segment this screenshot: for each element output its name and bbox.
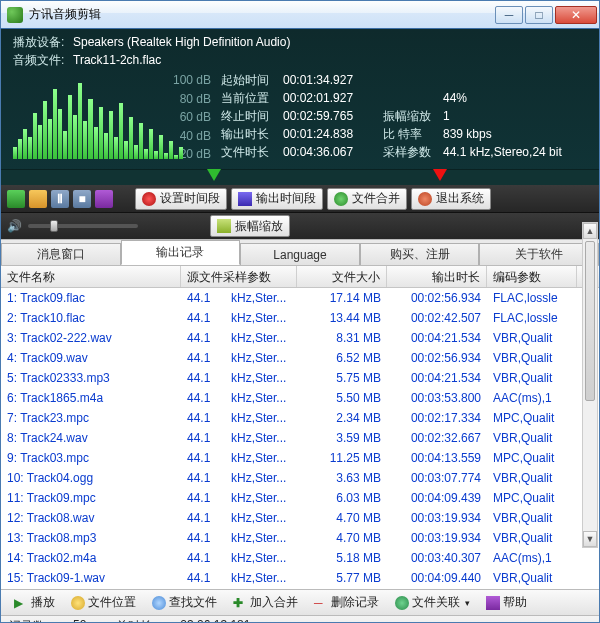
start-marker-icon[interactable] xyxy=(207,169,221,181)
output-table: 文件名称 源文件采样参数 文件大小 输出时长 编码参数 1: Track09.f… xyxy=(1,265,599,589)
table-row[interactable]: 15: Track09-1.wav44.1kHz,Ster...5.77 MB0… xyxy=(1,568,599,588)
playback-device-label: 播放设备: xyxy=(13,34,73,51)
play-button[interactable]: ▶播放 xyxy=(7,591,62,614)
book-icon[interactable] xyxy=(95,190,113,208)
wave-icon xyxy=(217,219,231,233)
tab-output-log[interactable]: 输出记录 xyxy=(121,240,241,265)
delete-record-button[interactable]: ─删除记录 xyxy=(307,591,386,614)
col-duration[interactable]: 输出时长 xyxy=(387,266,487,287)
tab-bar: 消息窗口 输出记录 Language 购买、注册 关于软件 xyxy=(1,239,599,265)
find-file-button[interactable]: 查找文件 xyxy=(145,591,224,614)
bottom-toolbar: ▶播放 文件位置 查找文件 ✚加入合并 ─删除记录 文件关联▾ 帮助 xyxy=(1,589,599,615)
clock-icon xyxy=(142,192,156,206)
tab-messages[interactable]: 消息窗口 xyxy=(1,243,121,265)
table-row[interactable]: 1: Track09.flac44.1kHz,Ster...17.14 MB00… xyxy=(1,288,599,308)
spectrum-visualizer: 100 dB 80 dB 60 dB 40 dB 20 dB xyxy=(11,73,211,169)
table-row[interactable]: 11: Track09.mpc44.1kHz,Ster...6.03 MB00:… xyxy=(1,488,599,508)
table-row[interactable]: 13: Track08.mp344.1kHz,Ster...4.70 MB00:… xyxy=(1,528,599,548)
audio-file-value: Track11-2ch.flac xyxy=(73,53,161,67)
magnifier-icon xyxy=(71,596,85,610)
add-merge-button[interactable]: ✚加入合并 xyxy=(226,591,305,614)
secondary-toolbar: 🔊 振幅缩放 xyxy=(1,213,599,239)
main-toolbar: Ⅱ ■ 设置时间段 输出时间段 文件合并 退出系统 xyxy=(1,185,599,213)
table-row[interactable]: 8: Track24.wav44.1kHz,Ster...3.59 MB00:0… xyxy=(1,428,599,448)
table-row[interactable]: 3: Track02-222.wav44.1kHz,Ster...8.31 MB… xyxy=(1,328,599,348)
scroll-thumb[interactable] xyxy=(585,241,595,401)
vertical-scrollbar[interactable]: ▲ ▼ xyxy=(582,222,598,548)
table-row[interactable]: 6: Track1865.m4a44.1kHz,Ster...5.50 MB00… xyxy=(1,388,599,408)
volume-slider[interactable] xyxy=(28,224,138,228)
file-merge-button[interactable]: 文件合并 xyxy=(327,188,407,210)
col-encoder[interactable]: 编码参数 xyxy=(487,266,577,287)
col-size[interactable]: 文件大小 xyxy=(297,266,387,287)
total-duration-label: 总时长 xyxy=(116,618,152,623)
table-row[interactable]: 12: Track08.wav44.1kHz,Ster...4.70 MB00:… xyxy=(1,508,599,528)
file-location-button[interactable]: 文件位置 xyxy=(64,591,143,614)
status-bar: 记录数50 总时长03:06:13.181 xyxy=(1,615,599,623)
maximize-button[interactable]: □ xyxy=(525,6,553,24)
table-row[interactable]: 7: Track23.mpc44.1kHz,Ster...2.34 MB00:0… xyxy=(1,408,599,428)
titlebar: 方讯音频剪辑 ─ □ ✕ xyxy=(1,1,599,29)
table-row[interactable]: 2: Track10.flac44.1kHz,Ster...13.44 MB00… xyxy=(1,308,599,328)
end-marker-icon[interactable] xyxy=(433,169,447,181)
table-row[interactable]: 5: Track02333.mp344.1kHz,Ster...5.75 MB0… xyxy=(1,368,599,388)
exit-icon xyxy=(418,192,432,206)
help-icon xyxy=(486,596,500,610)
search-icon xyxy=(152,596,166,610)
amp-scale-button[interactable]: 振幅缩放 xyxy=(210,215,290,237)
open-folder-icon[interactable] xyxy=(29,190,47,208)
tab-purchase[interactable]: 购买、注册 xyxy=(360,243,480,265)
scroll-up-icon[interactable]: ▲ xyxy=(583,223,597,239)
metadata-table: 起始时间00:01:34.927 当前位置00:02:01.92744% 终止时… xyxy=(221,69,599,169)
total-duration: 03:06:13.181 xyxy=(180,618,250,623)
table-row[interactable]: 10: Track04.ogg44.1kHz,Ster...3.63 MB00:… xyxy=(1,468,599,488)
window-title: 方讯音频剪辑 xyxy=(29,6,495,23)
audio-file-label: 音频文件: xyxy=(13,52,73,69)
set-time-range-button[interactable]: 设置时间段 xyxy=(135,188,227,210)
exit-system-button[interactable]: 退出系统 xyxy=(411,188,491,210)
merge-icon xyxy=(334,192,348,206)
output-time-range-button[interactable]: 输出时间段 xyxy=(231,188,323,210)
col-sample[interactable]: 源文件采样参数 xyxy=(181,266,297,287)
volume-control[interactable]: 🔊 xyxy=(7,219,138,233)
records-label: 记录数 xyxy=(9,618,45,623)
play-icon[interactable] xyxy=(7,190,25,208)
table-row[interactable]: 4: Track09.wav44.1kHz,Ster...6.52 MB00:0… xyxy=(1,348,599,368)
records-count: 50 xyxy=(73,618,86,623)
volume-thumb[interactable] xyxy=(50,220,58,232)
table-header: 文件名称 源文件采样参数 文件大小 输出时长 编码参数 xyxy=(1,266,599,288)
help-button[interactable]: 帮助 xyxy=(479,591,534,614)
speaker-icon: 🔊 xyxy=(7,219,22,233)
file-assoc-button[interactable]: 文件关联▾ xyxy=(388,591,477,614)
table-row[interactable]: 14: Track02.m4a44.1kHz,Ster...5.18 MB00:… xyxy=(1,548,599,568)
close-button[interactable]: ✕ xyxy=(555,6,597,24)
tab-language[interactable]: Language xyxy=(240,243,360,265)
scroll-down-icon[interactable]: ▼ xyxy=(583,531,597,547)
table-row[interactable]: 9: Track03.mpc44.1kHz,Ster...11.25 MB00:… xyxy=(1,448,599,468)
link-icon xyxy=(395,596,409,610)
playback-device-value: Speakers (Realtek High Definition Audio) xyxy=(73,35,290,49)
pause-icon[interactable]: Ⅱ xyxy=(51,190,69,208)
stop-icon[interactable]: ■ xyxy=(73,190,91,208)
save-icon xyxy=(238,192,252,206)
seek-bar[interactable] xyxy=(1,169,599,185)
info-panel: 播放设备: Speakers (Realtek High Definition … xyxy=(1,29,599,185)
app-icon xyxy=(7,7,23,23)
col-filename[interactable]: 文件名称 xyxy=(1,266,181,287)
minimize-button[interactable]: ─ xyxy=(495,6,523,24)
